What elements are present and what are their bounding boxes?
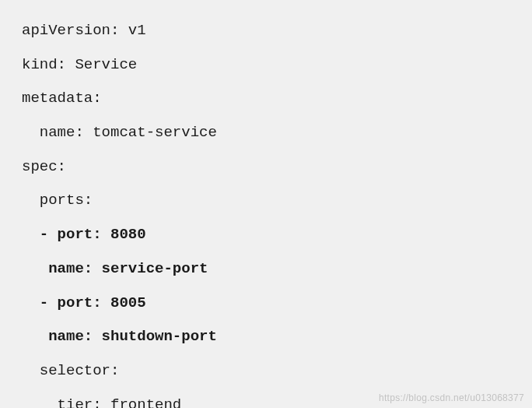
code-block: apiVersion: v1kind: Servicemetadata: nam… (0, 0, 532, 408)
code-line: name: tomcat-service (22, 116, 532, 150)
code-line: apiVersion: v1 (22, 14, 532, 48)
watermark-text: https://blog.csdn.net/u013068377 (379, 392, 524, 403)
code-line: - port: 8080 (22, 218, 532, 252)
code-line: spec: (22, 150, 532, 185)
code-line: kind: Service (22, 48, 532, 83)
code-line: selector: (22, 354, 532, 389)
code-line: name: service-port (22, 252, 532, 287)
code-line: metadata: (22, 82, 532, 116)
code-line: ports: (22, 184, 532, 218)
code-line: - port: 8005 (22, 287, 532, 321)
code-line: name: shutdown-port (22, 320, 532, 354)
